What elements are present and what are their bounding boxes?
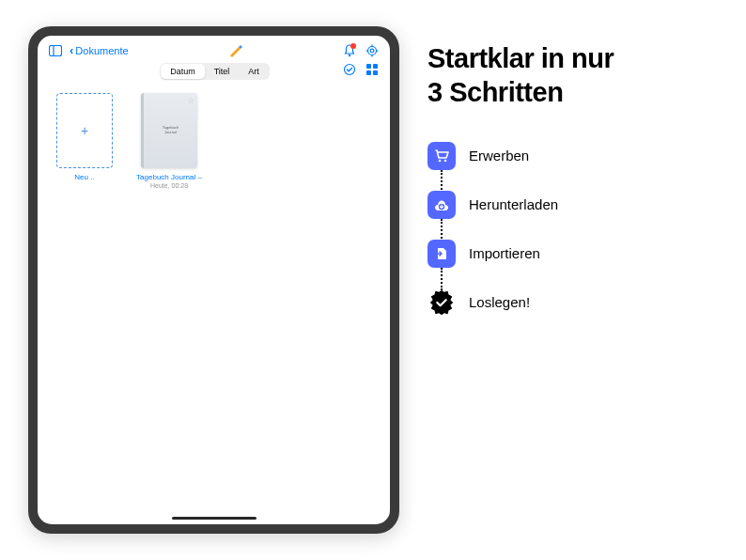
new-document-label: Neu .. bbox=[74, 173, 94, 181]
settings-icon[interactable] bbox=[365, 44, 379, 57]
svg-point-14 bbox=[439, 159, 442, 162]
segment-kind[interactable]: Art bbox=[239, 64, 269, 79]
svg-point-3 bbox=[367, 46, 376, 54]
step-go: Loslegen! bbox=[427, 288, 718, 317]
grid-view-icon[interactable] bbox=[365, 63, 379, 80]
select-icon[interactable] bbox=[343, 63, 356, 80]
step-label: Erwerben bbox=[469, 148, 529, 163]
svg-point-2 bbox=[349, 54, 350, 55]
documents-grid: + Neu .. ☆ Tagebuch Journal Tagebuch Jou… bbox=[38, 86, 390, 196]
svg-rect-0 bbox=[50, 45, 62, 55]
document-label: Tagebuch Journal – bbox=[136, 173, 202, 181]
cover-text-2: Journal bbox=[163, 131, 179, 135]
cart-icon bbox=[427, 142, 456, 170]
step-download: Herunterladen bbox=[427, 191, 718, 240]
app-logo-icon bbox=[228, 44, 243, 57]
headline-line1: Startklar in nur bbox=[427, 41, 718, 75]
sidebar-toggle-icon[interactable] bbox=[49, 45, 62, 56]
sort-segmented-control: Datum Titel Art bbox=[160, 63, 270, 80]
download-icon bbox=[427, 191, 456, 219]
notifications-icon[interactable] bbox=[343, 44, 356, 57]
document-tile[interactable]: ☆ Tagebuch Journal Tagebuch Journal – He… bbox=[135, 93, 203, 189]
chevron-left-icon: ‹ bbox=[70, 43, 73, 57]
segment-date[interactable]: Datum bbox=[161, 64, 205, 79]
import-icon bbox=[427, 240, 456, 268]
back-button[interactable]: ‹ Dokumente bbox=[70, 43, 129, 57]
steps-list: Erwerben Herunterladen Importieren Losle… bbox=[427, 142, 718, 317]
svg-rect-12 bbox=[366, 70, 371, 75]
new-document-box: + bbox=[56, 93, 113, 168]
sort-toolbar: Datum Titel Art bbox=[38, 61, 390, 86]
tablet-screen: ‹ Dokumente bbox=[38, 36, 390, 524]
plus-icon: + bbox=[81, 123, 88, 138]
svg-rect-10 bbox=[366, 64, 371, 69]
home-indicator bbox=[172, 517, 256, 520]
svg-point-15 bbox=[444, 159, 447, 162]
segment-title[interactable]: Titel bbox=[205, 64, 240, 79]
star-icon: ☆ bbox=[187, 96, 194, 105]
svg-rect-11 bbox=[373, 64, 378, 69]
headline-line2: 3 Schritten bbox=[427, 75, 718, 109]
new-document-tile[interactable]: + Neu .. bbox=[51, 93, 118, 181]
journal-cover: ☆ Tagebuch Journal bbox=[141, 93, 197, 168]
step-import: Importieren bbox=[427, 240, 718, 288]
document-timestamp: Heute, 00:28 bbox=[150, 182, 188, 189]
info-panel: Startklar in nur 3 Schritten Erwerben He… bbox=[427, 26, 718, 317]
step-label: Herunterladen bbox=[469, 196, 558, 212]
step-label: Loslegen! bbox=[469, 294, 530, 310]
svg-rect-13 bbox=[373, 70, 378, 75]
step-purchase: Erwerben bbox=[427, 142, 718, 191]
top-toolbar: ‹ Dokumente bbox=[38, 36, 390, 61]
step-label: Importieren bbox=[469, 245, 540, 261]
headline: Startklar in nur 3 Schritten bbox=[427, 41, 718, 110]
svg-point-4 bbox=[370, 49, 374, 53]
tablet-frame: ‹ Dokumente bbox=[28, 26, 399, 534]
badge-check-icon bbox=[427, 288, 456, 317]
back-label: Dokumente bbox=[75, 45, 128, 56]
